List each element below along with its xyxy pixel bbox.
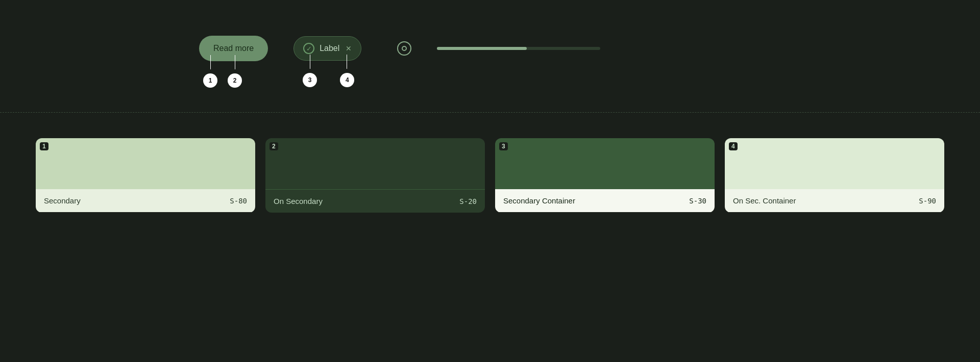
annotation-dot-3: 3 bbox=[303, 73, 317, 87]
annotation-line-1 bbox=[210, 55, 211, 69]
card-footer-1: Secondary S-80 bbox=[36, 189, 255, 212]
card-code-4: S-90 bbox=[919, 197, 936, 205]
card-code-3: S-30 bbox=[689, 197, 706, 205]
card-label-1: Secondary bbox=[44, 196, 81, 205]
slider-container[interactable] bbox=[437, 47, 600, 50]
card-code-2: S-20 bbox=[459, 197, 477, 205]
color-card-4: 4 On Sec. Container S-90 bbox=[725, 138, 944, 213]
read-more-button[interactable]: Read more bbox=[199, 36, 268, 61]
read-more-wrapper: Read more 1 2 bbox=[199, 36, 268, 61]
card-footer-3: Secondary Container S-30 bbox=[495, 189, 715, 212]
label-chip-wrapper: ✓ Label ✕ 3 4 bbox=[293, 36, 361, 61]
annotation-line-2 bbox=[235, 55, 235, 69]
card-code-1: S-80 bbox=[230, 197, 247, 205]
chip-label: Label bbox=[320, 44, 339, 53]
card-number-1: 1 bbox=[40, 142, 48, 150]
radio-button[interactable] bbox=[397, 41, 411, 56]
check-icon: ✓ bbox=[303, 43, 314, 54]
color-card-1: 1 Secondary S-80 bbox=[36, 138, 255, 213]
annotation-line-4 bbox=[347, 55, 347, 69]
card-number-2: 2 bbox=[270, 142, 278, 150]
color-cards-section: 1 Secondary S-80 2 On Secondary S-20 3 S… bbox=[0, 113, 980, 238]
slider-track bbox=[437, 47, 600, 50]
card-swatch-3 bbox=[495, 138, 715, 189]
card-swatch-1 bbox=[36, 138, 255, 189]
annotation-dot-2: 2 bbox=[228, 73, 242, 88]
card-number-4: 4 bbox=[729, 142, 738, 150]
label-chip[interactable]: ✓ Label ✕ bbox=[293, 36, 361, 61]
color-card-3: 3 Secondary Container S-30 bbox=[495, 138, 715, 213]
color-card-2: 2 On Secondary S-20 bbox=[265, 138, 485, 213]
annotation-line-3 bbox=[310, 55, 310, 69]
card-label-3: Secondary Container bbox=[503, 196, 575, 205]
card-number-3: 3 bbox=[499, 142, 508, 150]
card-swatch-2 bbox=[265, 138, 485, 189]
card-label-2: On Secondary bbox=[274, 197, 323, 205]
radio-inner-dot bbox=[402, 46, 407, 51]
card-footer-4: On Sec. Container S-90 bbox=[725, 189, 944, 212]
card-label-4: On Sec. Container bbox=[733, 196, 796, 205]
annotation-dot-1: 1 bbox=[203, 73, 217, 88]
annotation-dot-4: 4 bbox=[340, 73, 354, 87]
slider-fill bbox=[437, 47, 527, 50]
chip-close-icon[interactable]: ✕ bbox=[346, 44, 352, 53]
card-footer-2: On Secondary S-20 bbox=[265, 189, 485, 213]
card-swatch-4 bbox=[725, 138, 944, 189]
